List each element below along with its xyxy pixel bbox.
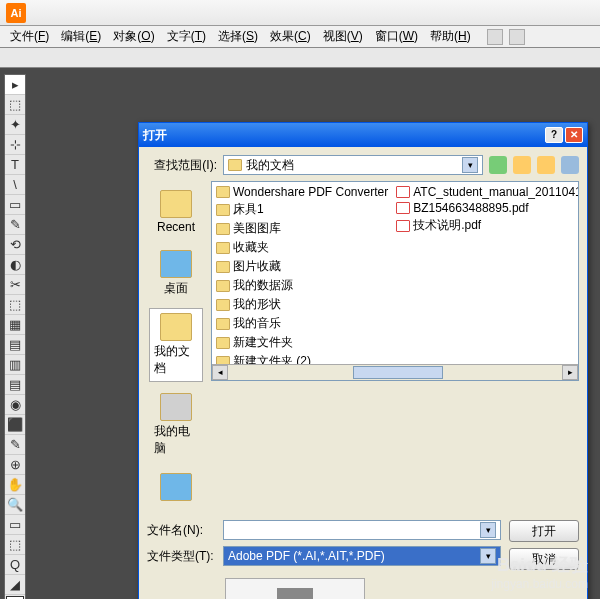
- file-item[interactable]: 床具1: [214, 200, 390, 219]
- menu-S[interactable]: 选择(S): [212, 26, 264, 47]
- open-button[interactable]: 打开: [509, 520, 579, 542]
- pdf-icon: [396, 202, 410, 214]
- menu-O[interactable]: 对象(O): [107, 26, 160, 47]
- back-icon[interactable]: [489, 156, 507, 174]
- scroll-thumb[interactable]: [353, 366, 443, 379]
- file-item[interactable]: 新建文件夹: [214, 333, 390, 352]
- toolbar-icon[interactable]: [509, 29, 525, 45]
- places-sidebar: Recent桌面我的文档我的电脑: [147, 181, 205, 512]
- newfolder-icon[interactable]: [537, 156, 555, 174]
- tool-button[interactable]: ◉: [5, 395, 25, 415]
- sidebar-item-mycomp[interactable]: 我的电脑: [149, 388, 203, 462]
- tool-button[interactable]: ◐: [5, 255, 25, 275]
- tool-panel: ▸⬚✦⊹T\▭✎⟲◐✂⬚▦▤▥▤◉⬛✎⊕✋🔍▭⬚Q◢: [4, 74, 26, 599]
- pdf-icon: [396, 220, 410, 232]
- tool-button[interactable]: ⬛: [5, 415, 25, 435]
- folder-icon: [228, 159, 242, 171]
- tool-button[interactable]: ✋: [5, 475, 25, 495]
- tool-button[interactable]: 🔍: [5, 495, 25, 515]
- tool-button[interactable]: \: [5, 175, 25, 195]
- chevron-down-icon[interactable]: ▾: [462, 157, 478, 173]
- menu-C[interactable]: 效果(C): [264, 26, 317, 47]
- tool-button[interactable]: T: [5, 155, 25, 175]
- filename-input[interactable]: ▾: [223, 520, 501, 540]
- sidebar-item-desktop[interactable]: 桌面: [149, 245, 203, 302]
- tool-button[interactable]: ⬚: [5, 95, 25, 115]
- tool-button[interactable]: Q: [5, 555, 25, 575]
- tool-button[interactable]: ⊹: [5, 135, 25, 155]
- file-item[interactable]: ATC_student_manual_20110418[1].pd: [394, 184, 579, 200]
- mydocs-icon: [160, 313, 192, 341]
- file-item[interactable]: BZ154663488895.pdf: [394, 200, 579, 216]
- app-title-bar: Ai: [0, 0, 600, 26]
- up-icon[interactable]: [513, 156, 531, 174]
- open-dialog: 打开 ? ✕ 查找范围(I): 我的文档 ▾ Recent桌面我的文档我的电脑: [138, 122, 588, 599]
- view-icon[interactable]: [561, 156, 579, 174]
- horizontal-scrollbar[interactable]: ◂ ▸: [212, 364, 578, 380]
- tool-button[interactable]: ▭: [5, 515, 25, 535]
- file-item[interactable]: Wondershare PDF Converter: [214, 184, 390, 200]
- lookup-combo[interactable]: 我的文档 ▾: [223, 155, 483, 175]
- tool-button[interactable]: ⟲: [5, 235, 25, 255]
- tool-button[interactable]: ▥: [5, 355, 25, 375]
- tool-button[interactable]: ◢: [5, 575, 25, 595]
- file-item[interactable]: 技术说明.pdf: [394, 216, 579, 235]
- sidebar-item-mydocs[interactable]: 我的文档: [149, 308, 203, 382]
- lookup-value: 我的文档: [246, 157, 294, 174]
- tool-button[interactable]: ▤: [5, 375, 25, 395]
- toolbar-extra-icons: [487, 29, 525, 45]
- file-item[interactable]: 我的音乐: [214, 314, 390, 333]
- toolbar-icon[interactable]: [487, 29, 503, 45]
- menu-F[interactable]: 文件(F): [4, 26, 55, 47]
- folder-icon: [216, 242, 230, 254]
- mycomp-icon: [160, 393, 192, 421]
- scroll-left-icon[interactable]: ◂: [212, 365, 228, 380]
- folder-icon: [216, 261, 230, 273]
- tool-button[interactable]: ▭: [5, 195, 25, 215]
- file-item[interactable]: 我的数据源: [214, 276, 390, 295]
- file-item[interactable]: 图片收藏: [214, 257, 390, 276]
- filename-label: 文件名(N):: [147, 522, 217, 539]
- tool-button[interactable]: ▸: [5, 75, 25, 95]
- tool-button[interactable]: ▤: [5, 335, 25, 355]
- menu-E[interactable]: 编辑(E): [55, 26, 107, 47]
- menu-W[interactable]: 窗口(W): [369, 26, 424, 47]
- tool-button[interactable]: ✎: [5, 435, 25, 455]
- dialog-title-bar[interactable]: 打开 ? ✕: [139, 123, 587, 147]
- control-bar: [0, 48, 600, 68]
- folder-icon: [216, 280, 230, 292]
- recent-icon: [160, 190, 192, 218]
- tool-button[interactable]: ⬚: [5, 535, 25, 555]
- file-list[interactable]: Wondershare PDF Converter床具1美图图库收藏夹图片收藏我…: [211, 181, 579, 381]
- file-item[interactable]: 我的形状: [214, 295, 390, 314]
- folder-icon: [216, 337, 230, 349]
- preview-pane: [225, 578, 365, 599]
- chevron-down-icon[interactable]: ▾: [480, 522, 496, 538]
- sidebar-item-netwk[interactable]: [149, 468, 203, 508]
- menu-T[interactable]: 文字(T): [161, 26, 212, 47]
- file-item[interactable]: 收藏夹: [214, 238, 390, 257]
- file-item[interactable]: 美图图库: [214, 219, 390, 238]
- menu-H[interactable]: 帮助(H): [424, 26, 477, 47]
- sidebar-item-recent[interactable]: Recent: [149, 185, 203, 239]
- dialog-title: 打开: [143, 127, 167, 144]
- menu-V[interactable]: 视图(V): [317, 26, 369, 47]
- tool-button[interactable]: ✂: [5, 275, 25, 295]
- watermark: Baidu 经验 jingyan.baidu.com: [491, 553, 588, 591]
- tool-button[interactable]: ✦: [5, 115, 25, 135]
- scroll-right-icon[interactable]: ▸: [562, 365, 578, 380]
- tool-button[interactable]: ⬚: [5, 295, 25, 315]
- netwk-icon: [160, 473, 192, 501]
- tool-button[interactable]: ⊕: [5, 455, 25, 475]
- filetype-label: 文件类型(T):: [147, 548, 217, 565]
- help-button[interactable]: ?: [545, 127, 563, 143]
- menu-bar: 文件(F)编辑(E)对象(O)文字(T)选择(S)效果(C)视图(V)窗口(W)…: [0, 26, 600, 48]
- folder-icon: [216, 223, 230, 235]
- desktop-icon: [160, 250, 192, 278]
- tool-button[interactable]: ▦: [5, 315, 25, 335]
- tool-button[interactable]: ✎: [5, 215, 25, 235]
- filetype-combo[interactable]: Adobe PDF (*.AI,*.AIT,*.PDF) ▾: [223, 546, 501, 566]
- close-button[interactable]: ✕: [565, 127, 583, 143]
- pdf-icon: [396, 186, 410, 198]
- folder-icon: [216, 186, 230, 198]
